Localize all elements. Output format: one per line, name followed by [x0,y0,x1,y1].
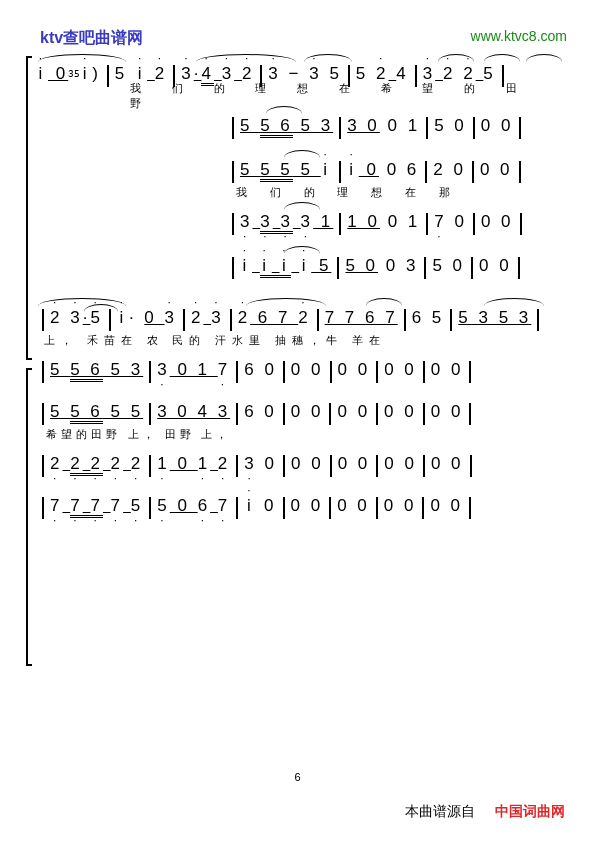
sys2-part4: i i i i 5 5 0 0 3 5 0 0 0 [226,250,559,282]
sys1-lyric: 我 们 的 理 想 在 希 望 的 田 野 [36,88,559,104]
sys2-part2: 5 5 5 5 i i 0 0 6 2 0 0 0 [226,154,559,186]
page-number: 6 [294,771,300,783]
sys2-part2-lyric: 我 们 的 理 想 在 那 [226,184,559,200]
sys4-part3: 2 2 2 2 2 1 0 1 2 3 0 0 0 0 0 0 0 0 0 [36,448,559,480]
system-bracket-top [26,56,32,360]
system-bracket-mid [26,368,32,666]
header-site-name: ktv查吧曲谱网 [40,28,143,49]
footer-source-site: 中国词曲网 [495,803,565,821]
header-site-url: www.ktvc8.com [471,28,567,44]
sys3-lyric: 上， 禾苗在 农 民的 汗水里 抽穗，牛 羊在 [36,332,559,348]
sys4-part2-lyric: 希望的田野 上， 田野 上， [36,426,559,442]
sys4-part2: 5 5 6 5 5 3 0 4 3 6 0 0 0 0 0 0 0 0 0 [36,396,559,428]
footer-source-label: 本曲谱源自 [405,803,475,821]
grace-notes: 3̇5̇ [68,69,80,79]
sys4-part1: 5 5 6 5 3 3 0 1 7 6 0 0 0 0 0 0 0 0 0 [36,354,559,386]
sys3-melody: 2 3·5 i· 0 3 2 3 2 6 7 2 7 7 6 7 6 5 5 3… [36,302,559,334]
score-area: i 0 3̇5̇ i) 5 i 2 3·4 3 2 3 − 3 5 5 2 4 … [36,58,559,718]
sys2-part1: 5 5 6 5 3 3 0 0 1 5 0 0 0 [226,110,559,142]
sys4-part4: 7 7 7 7 5 5 0 6 7 i 0 0 0 0 0 0 0 0 0 [36,490,559,522]
sys2-part3: 3 3 3 3 1 1 0 0 1 7 0 0 0 [226,206,559,238]
